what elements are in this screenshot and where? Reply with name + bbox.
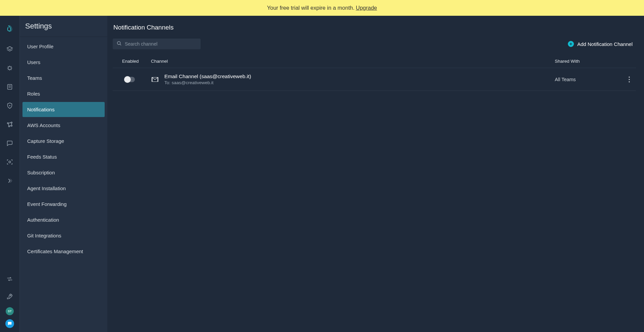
svg-point-4 [8,126,10,127]
sidebar-item-users[interactable]: Users [22,55,105,70]
sidebar-item-certificates-management[interactable]: Certificates Management [22,244,105,259]
channel-subtitle: To: saas@creativeweb.it [164,80,251,85]
nav-capture-icon[interactable] [3,155,16,169]
sidebar-item-roles[interactable]: Roles [22,86,105,101]
sidebar-item-aws-accounts[interactable]: AWS Accounts [22,118,105,133]
column-shared: Shared With [545,55,616,68]
settings-nav: User ProfileUsersTeamsRolesNotifications… [20,37,107,332]
search-input[interactable] [125,41,197,47]
nav-overview-icon[interactable] [3,43,16,56]
svg-point-5 [11,125,12,126]
sidebar-item-subscription[interactable]: Subscription [22,165,105,180]
sidebar-item-capture-storage[interactable]: Capture Storage [22,133,105,149]
page-heading: Notification Channels [113,24,636,31]
channels-table: Enabled Channel Shared With Email Channe… [113,55,636,91]
column-enabled: Enabled [113,55,150,68]
user-avatar[interactable]: ST [6,307,14,315]
toolbar: + Add Notification Channel [113,39,636,49]
add-notification-channel-button[interactable]: + Add Notification Channel [568,41,633,47]
nav-network-icon[interactable] [3,118,16,131]
sidebar-item-notifications[interactable]: Notifications [22,102,105,117]
nav-document-icon[interactable] [3,80,16,94]
search-icon [116,40,125,48]
sidebar-item-feeds-status[interactable]: Feeds Status [22,149,105,164]
channel-title: Email Channel (saas@creativeweb.it) [164,73,251,79]
svg-rect-1 [8,85,12,90]
support-chat-icon[interactable] [5,319,14,328]
plus-circle-icon: + [568,41,574,47]
nav-sync-icon[interactable] [3,272,16,286]
svg-point-7 [10,295,11,296]
svg-point-9 [629,76,630,77]
sidebar-item-git-integrations[interactable]: Git Integrations [22,228,105,243]
trial-banner-text: Your free trial will expire in a month. [267,5,355,11]
sidebar-item-authentication[interactable]: Authentication [22,212,105,227]
mail-icon [151,75,159,84]
svg-point-8 [117,42,120,45]
main-content: Notification Channels + Add Notification… [107,16,644,332]
sidebar-item-teams[interactable]: Teams [22,70,105,86]
svg-point-0 [8,66,11,69]
settings-sidebar: Settings User ProfileUsersTeamsRolesNoti… [20,16,107,332]
sidebar-item-user-profile[interactable]: User Profile [22,39,105,54]
row-menu-button[interactable] [625,76,633,82]
nav-rocket-icon[interactable] [3,290,16,303]
settings-title: Settings [20,16,107,37]
svg-point-6 [9,161,11,163]
product-logo-icon[interactable] [3,22,16,35]
search-box[interactable] [113,39,201,49]
trial-banner: Your free trial will expire in a month. … [0,0,644,16]
column-channel: Channel [150,55,545,68]
nav-bug-icon[interactable] [3,61,16,75]
add-button-label: Add Notification Channel [577,41,633,47]
nav-shield-icon[interactable] [3,99,16,112]
svg-point-3 [11,122,12,123]
enabled-toggle[interactable] [124,77,135,82]
shared-with: All Teams [545,68,616,91]
sidebar-item-event-forwarding[interactable]: Event Forwarding [22,197,105,212]
table-row: Email Channel (saas@creativeweb.it)To: s… [113,68,636,91]
svg-point-10 [629,79,630,80]
upgrade-link[interactable]: Upgrade [356,5,377,11]
sidebar-item-agent-installation[interactable]: Agent Installation [22,181,105,196]
nav-expand-icon[interactable] [3,174,16,187]
svg-point-11 [629,81,630,82]
icon-rail: ST [0,16,20,332]
nav-chat-icon[interactable] [3,136,16,150]
column-actions [616,55,636,68]
